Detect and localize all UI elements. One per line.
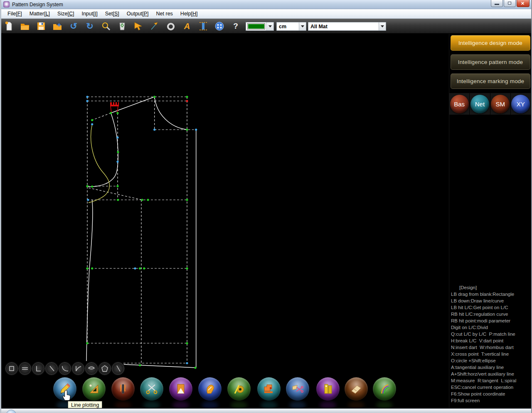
parallel-lines-tool[interactable]	[19, 362, 31, 375]
ring-button[interactable]	[165, 20, 177, 32]
glove-button[interactable]	[198, 377, 222, 401]
fabric-pieces-button[interactable]	[345, 377, 368, 401]
rectangle-tool[interactable]	[5, 362, 18, 375]
unit-select[interactable]: cm	[276, 22, 306, 31]
menu-file[interactable]: File[F]	[4, 10, 26, 18]
pattern-wheel-button[interactable]	[214, 20, 225, 32]
menu-label-part: Set[	[105, 11, 114, 17]
measure-button[interactable]	[197, 20, 209, 32]
redo-button[interactable]: ↻	[84, 20, 96, 32]
folders-button[interactable]	[316, 377, 340, 401]
dropdown-arrow-button[interactable]	[299, 22, 306, 30]
menu-label-part: Help[	[180, 11, 192, 17]
xy-button[interactable]: XY	[511, 95, 530, 113]
paper-fold-button[interactable]	[169, 377, 192, 401]
folders-icon	[321, 382, 335, 396]
redo-icon: ↻	[86, 22, 94, 30]
arc-band-tool[interactable]	[85, 362, 98, 375]
menu-help[interactable]: Help[H]	[177, 10, 202, 18]
help-line: A+Shift:horz/vert auxiliary line	[451, 371, 530, 377]
pattern-drawing[interactable]	[1, 34, 449, 408]
sewing-machine-icon	[262, 382, 276, 396]
line-tool[interactable]	[45, 362, 58, 375]
pencil-disc-icon	[232, 382, 246, 396]
construction-lines	[87, 97, 196, 365]
intelligence-pattern-mode-button[interactable]: Intelligence pattern mode	[451, 54, 530, 70]
cut-fabric-button[interactable]	[286, 377, 309, 401]
shape-tool-row	[5, 362, 124, 375]
curve-tool[interactable]	[59, 362, 71, 375]
menu-label-part: S	[114, 11, 118, 17]
hand-cursor-icon	[62, 389, 73, 401]
taskbar-orb[interactable]	[6, 410, 16, 413]
save-button[interactable]	[35, 20, 47, 32]
import-folder-button[interactable]	[52, 20, 63, 32]
restore-button[interactable]	[504, 0, 516, 7]
menu-set[interactable]: Set[S]	[101, 10, 123, 18]
scissors-button[interactable]	[140, 377, 163, 401]
scissors-icon	[145, 382, 159, 396]
set-square-button[interactable]	[82, 377, 106, 401]
polygon-tool[interactable]	[99, 362, 111, 375]
menu-size[interactable]: Size[C]	[54, 10, 78, 18]
menu-matter[interactable]: Matter[L]	[26, 10, 54, 18]
help-line: ESC:cancel current operation	[451, 384, 530, 391]
curves-button[interactable]	[373, 377, 396, 401]
cut-fabric-icon	[291, 382, 305, 396]
open-folder-icon	[20, 21, 30, 32]
color-swatch	[248, 24, 265, 29]
open-folder-button[interactable]	[19, 20, 31, 32]
set-square-icon	[87, 382, 101, 396]
right-angle-tool[interactable]	[32, 362, 44, 375]
menu-output[interactable]: Output[P]	[123, 10, 153, 18]
drawing-canvas[interactable]: Line plotting	[1, 34, 449, 408]
select-arrow-button[interactable]	[133, 20, 144, 32]
net-button[interactable]: Net	[470, 95, 489, 113]
menu-netres[interactable]: Net res	[153, 10, 177, 18]
line-color-select[interactable]	[246, 22, 274, 31]
menu-label-part: C	[69, 11, 73, 17]
sm-button[interactable]: SM	[491, 95, 510, 113]
pattern-point-red	[186, 100, 188, 102]
intelligence-design-mode-button[interactable]: Intelligence design mode	[451, 35, 530, 51]
help-line: M:measure R:tangent L:spiral	[451, 377, 530, 384]
sewing-machine-button[interactable]	[257, 377, 281, 401]
auxiliary-curve	[89, 124, 109, 203]
help-button[interactable]: ?	[230, 20, 241, 32]
new-file-icon	[3, 21, 14, 32]
minimize-icon	[495, 4, 499, 5]
close-button[interactable]: ✕	[517, 0, 530, 7]
menu-label-part: ]	[118, 11, 119, 17]
delete-button[interactable]	[116, 20, 128, 32]
bas-button[interactable]: Bas	[450, 95, 469, 113]
material-select[interactable]: All Mat	[308, 22, 386, 31]
main-area: Line plotting Intelligence design mode I…	[1, 34, 531, 408]
round-cell: Net	[470, 93, 490, 115]
title-bar: Pattern Design System ✕	[1, 0, 531, 9]
undo-button[interactable]: ↺	[68, 20, 79, 32]
oblique-line-tool[interactable]	[112, 362, 124, 375]
minimize-button[interactable]	[491, 0, 503, 7]
text-tool-button[interactable]: A	[181, 20, 193, 32]
corner-curve-tool[interactable]	[72, 362, 84, 375]
round-cell: XY	[511, 93, 531, 115]
zoom-button[interactable]	[100, 20, 112, 32]
corner-curve-icon	[73, 364, 83, 374]
menu-label-part: P	[144, 11, 147, 17]
pick-arrow-icon	[149, 21, 160, 32]
oblique-line-icon	[113, 364, 123, 374]
menu-input[interactable]: Input[I]	[78, 10, 101, 18]
new-file-button[interactable]	[3, 20, 15, 32]
help-line: F9:full screen	[451, 397, 530, 404]
dropdown-arrow-button[interactable]	[266, 22, 273, 30]
right-angle-icon	[33, 364, 43, 374]
intelligence-marking-mode-button[interactable]: Intelligence marking mode	[451, 74, 530, 89]
pick-arrow-button[interactable]	[149, 20, 160, 32]
pattern-points-cyan	[86, 96, 197, 364]
tailor-tools-button[interactable]	[111, 377, 135, 401]
help-line: Q:cut L/C by L/C P:match line	[451, 331, 530, 337]
pencil-disc-button[interactable]	[227, 377, 251, 401]
polygon-icon	[100, 364, 110, 374]
dropdown-arrow-button[interactable]	[379, 22, 386, 30]
help-line: LB drag from blank:Rectangle	[451, 291, 530, 297]
